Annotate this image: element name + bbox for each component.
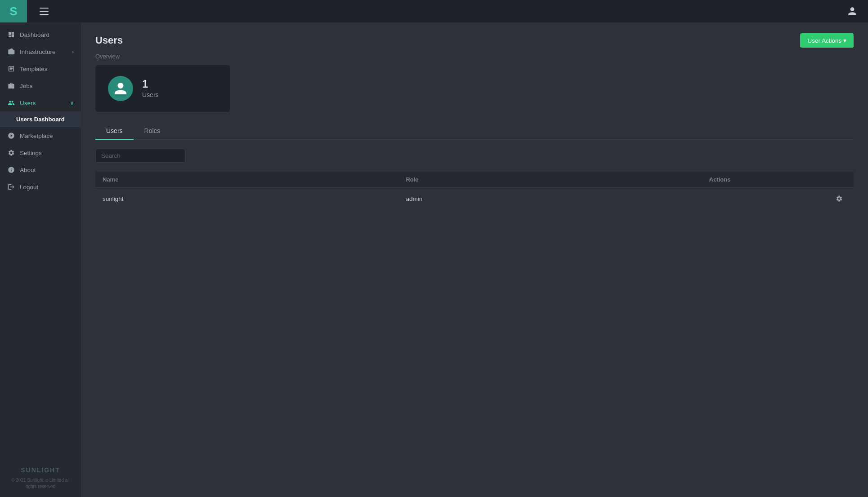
settings-icon (7, 149, 15, 157)
chevron-down-icon: ∨ (70, 100, 74, 106)
chevron-right-icon: › (72, 49, 74, 54)
table-head: Name Role Actions (95, 172, 854, 188)
sidebar-item-jobs[interactable]: Jobs (0, 77, 81, 94)
sidebar-item-templates[interactable]: Templates (0, 60, 81, 77)
topbar: S (0, 0, 868, 22)
sidebar-item-label: Settings (20, 150, 42, 156)
sidebar-item-marketplace[interactable]: Marketplace (0, 127, 81, 144)
overview-card: 1 Users (95, 65, 230, 112)
sidebar-item-users[interactable]: Users ∨ (0, 94, 81, 111)
logo-box: S (0, 0, 27, 22)
about-icon (7, 166, 15, 174)
table-row: sunlight admin (95, 188, 854, 210)
page-title: Users (95, 35, 123, 46)
hamburger-button[interactable] (38, 6, 50, 17)
users-table: Name Role Actions sunlight admin (95, 172, 854, 210)
overview-avatar (108, 76, 133, 101)
user-count: 1 (142, 79, 159, 89)
user-profile-button[interactable] (844, 4, 861, 18)
overview-label: Overview (95, 53, 854, 60)
sidebar-item-about[interactable]: About (0, 161, 81, 178)
sidebar-item-label: Logout (20, 184, 38, 191)
topbar-right (844, 4, 861, 18)
logout-icon (7, 183, 15, 191)
marketplace-icon (7, 132, 15, 140)
sidebar-item-label: Dashboard (20, 31, 49, 38)
search-input[interactable] (95, 149, 185, 163)
app-body: Dashboard Infrastructure › Templates (0, 22, 868, 497)
jobs-icon (7, 82, 15, 90)
sidebar-item-logout[interactable]: Logout (0, 178, 81, 195)
logo: S (9, 4, 17, 18)
sidebar-item-label: Marketplace (20, 133, 53, 139)
users-icon (7, 99, 15, 107)
user-name-cell: sunlight (95, 188, 398, 210)
sidebar-footer-logo: SUNLIGHT (7, 466, 74, 474)
table-header-row: Name Role Actions (95, 172, 854, 188)
sidebar-item-label: Users (20, 100, 36, 106)
topbar-left: S (7, 0, 50, 22)
sidebar-item-label: Jobs (20, 83, 33, 89)
user-actions-cell (702, 188, 854, 210)
tab-users[interactable]: Users (95, 123, 134, 140)
overview-stats: 1 Users (142, 79, 159, 98)
table-body: sunlight admin (95, 188, 854, 210)
sidebar-item-label: Templates (20, 66, 48, 72)
main-content: Users User Actions ▾ Overview 1 Users Us… (81, 22, 868, 497)
sidebar-item-label: About (20, 167, 36, 173)
svg-rect-2 (40, 14, 49, 15)
tab-roles[interactable]: Roles (134, 123, 171, 140)
sidebar-submenu-label: Users Dashboard (16, 116, 65, 123)
col-header-role: Role (398, 172, 702, 188)
tabs: Users Roles (95, 123, 854, 140)
user-actions-button[interactable]: User Actions ▾ (800, 33, 854, 48)
sidebar: Dashboard Infrastructure › Templates (0, 22, 81, 497)
sidebar-item-settings[interactable]: Settings (0, 144, 81, 161)
user-count-label: Users (142, 91, 159, 98)
sidebar-item-infrastructure[interactable]: Infrastructure › (0, 43, 81, 60)
svg-rect-0 (40, 8, 49, 9)
infrastructure-icon (7, 48, 15, 56)
sidebar-item-users-dashboard[interactable]: Users Dashboard (0, 111, 81, 127)
col-header-actions: Actions (702, 172, 854, 188)
sidebar-submenu-users: Users Dashboard (0, 111, 81, 127)
search-box (95, 149, 854, 163)
user-role-cell: admin (398, 188, 702, 210)
templates-icon (7, 65, 15, 73)
svg-rect-1 (40, 11, 49, 12)
sidebar-footer-copy: © 2021 Sunlight.io Limited all rights re… (7, 477, 74, 490)
sidebar-item-dashboard[interactable]: Dashboard (0, 26, 81, 43)
col-header-name: Name (95, 172, 398, 188)
sidebar-item-label: Infrastructure (20, 49, 56, 55)
sidebar-footer: SUNLIGHT © 2021 Sunlight.io Limited all … (0, 459, 81, 497)
page-header: Users User Actions ▾ (95, 33, 854, 48)
dashboard-icon (7, 31, 15, 39)
row-settings-button[interactable] (832, 193, 846, 204)
